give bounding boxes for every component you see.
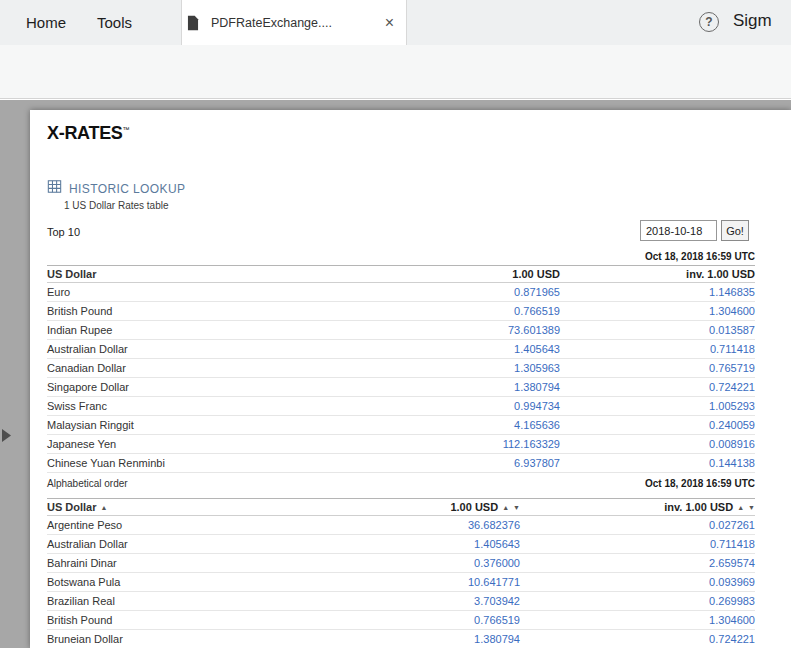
rate-link[interactable]: 0.766519: [390, 614, 520, 626]
currency-name: Malaysian Ringgit: [47, 419, 430, 431]
inverse-rate-link[interactable]: 0.711418: [560, 343, 755, 355]
table-row: Japanese Yen 112.163329 0.008916: [47, 435, 755, 454]
tab-bar: Home Tools PDFRateExchange.... × ? Sigm: [0, 0, 791, 45]
currency-name: British Pound: [47, 614, 390, 626]
rate-link[interactable]: 36.682376: [390, 519, 520, 531]
rate-link[interactable]: 0.766519: [430, 305, 560, 317]
currency-name: Euro: [47, 286, 430, 298]
table-row: Bahraini Dinar 0.376000 2.659574: [47, 554, 755, 573]
table-row: Swiss Franc 0.994734 1.005293: [47, 397, 755, 416]
date-input[interactable]: [640, 220, 717, 241]
inverse-rate-link[interactable]: 0.240059: [560, 419, 755, 431]
table-row: Brazilian Real 3.703942 0.269983: [47, 592, 755, 611]
trademark-symbol: ™: [123, 126, 130, 133]
rate-link[interactable]: 73.601389: [430, 324, 560, 336]
sort-asc-icon[interactable]: ▲: [502, 504, 509, 511]
inverse-rate-link[interactable]: 1.304600: [520, 614, 755, 626]
currency-name: Indian Rupee: [47, 324, 430, 336]
rate-link[interactable]: 4.165636: [430, 419, 560, 431]
table-row: Chinese Yuan Renminbi 6.937807 0.144138: [47, 454, 755, 473]
inverse-rate-link[interactable]: 0.008916: [560, 438, 755, 450]
currency-name: Brazilian Real: [47, 595, 390, 607]
rate-link[interactable]: 0.376000: [390, 557, 520, 569]
rate-link[interactable]: 1.405643: [390, 538, 520, 550]
currency-name: Australian Dollar: [47, 538, 390, 550]
help-icon[interactable]: ?: [699, 12, 719, 32]
file-icon: [187, 15, 199, 31]
rate-link[interactable]: 1.405643: [430, 343, 560, 355]
document-tab[interactable]: PDFRateExchange.... ×: [181, 0, 407, 45]
column-header-currency: US Dollar: [47, 268, 430, 280]
menu-home[interactable]: Home: [26, 0, 66, 45]
alphabetical-rates-table: US Dollar▲ 1.00 USD▲▼ inv. 1.00 USD▲▼ Ar…: [47, 498, 755, 648]
go-button[interactable]: Go!: [721, 220, 749, 241]
sort-asc-icon[interactable]: ▲: [737, 504, 744, 511]
menu-tools[interactable]: Tools: [97, 0, 132, 45]
section-title: HISTORIC LOOKUP: [69, 182, 185, 196]
currency-name: Bahraini Dinar: [47, 557, 390, 569]
table-row: Malaysian Ringgit 4.165636 0.240059: [47, 416, 755, 435]
rate-link[interactable]: 1.380794: [390, 633, 520, 645]
rate-link[interactable]: 6.937807: [430, 457, 560, 469]
sort-desc-icon[interactable]: ▼: [513, 504, 520, 511]
rate-link[interactable]: 0.994734: [430, 400, 560, 412]
close-icon[interactable]: ×: [385, 15, 394, 31]
table-row: Australian Dollar 1.405643 0.711418: [47, 535, 755, 554]
account-label[interactable]: Sigm: [733, 11, 772, 31]
rate-link[interactable]: 0.871965: [430, 286, 560, 298]
table-body: Argentine Peso 36.682376 0.027261 Austra…: [47, 516, 755, 648]
table-row: British Pound 0.766519 1.304600: [47, 611, 755, 630]
top10-label: Top 10: [47, 226, 80, 238]
inverse-rate-link[interactable]: 0.711418: [520, 538, 755, 550]
inverse-rate-link[interactable]: 2.659574: [520, 557, 755, 569]
table-row: Indian Rupee 73.601389 0.013587: [47, 321, 755, 340]
section-header: HISTORIC LOOKUP: [47, 179, 185, 198]
inverse-rate-link[interactable]: 1.005293: [560, 400, 755, 412]
currency-name: Argentine Peso: [47, 519, 390, 531]
section-subtitle: 1 US Dollar Rates table: [64, 200, 169, 211]
table-row: Australian Dollar 1.405643 0.711418: [47, 340, 755, 359]
rate-link[interactable]: 10.641771: [390, 576, 520, 588]
column-header-rate[interactable]: 1.00 USD▲▼: [390, 501, 520, 513]
inverse-rate-link[interactable]: 0.724221: [520, 633, 755, 645]
currency-name: Singapore Dollar: [47, 381, 430, 393]
pdf-viewer-window: Home Tools PDFRateExchange.... × ? Sigm: [0, 0, 791, 648]
grid-icon: [47, 179, 62, 198]
panel-expand-icon[interactable]: [2, 428, 12, 442]
table-row: Botswana Pula 10.641771 0.093969: [47, 573, 755, 592]
toolbar: / 2 68.8% ▼: [0, 45, 791, 99]
inverse-rate-link[interactable]: 0.013587: [560, 324, 755, 336]
rate-link[interactable]: 112.163329: [430, 438, 560, 450]
alphabetical-label: Alphabetical order: [47, 478, 128, 489]
table-row: Bruneian Dollar 1.380794 0.724221: [47, 630, 755, 648]
alphabetical-section-header: Alphabetical order Oct 18, 2018 16:59 UT…: [47, 478, 755, 489]
currency-name: Swiss Franc: [47, 400, 430, 412]
inverse-rate-link[interactable]: 0.724221: [560, 381, 755, 393]
inverse-rate-link[interactable]: 0.144138: [560, 457, 755, 469]
sort-asc-icon[interactable]: ▲: [101, 504, 108, 511]
tab-title: PDFRateExchange....: [211, 16, 377, 30]
pdf-page: X-RATES™ HISTORIC LOOKUP 1 US Dollar Rat…: [30, 110, 791, 648]
currency-name: Chinese Yuan Renminbi: [47, 457, 430, 469]
inverse-rate-link[interactable]: 0.093969: [520, 576, 755, 588]
rate-link[interactable]: 1.380794: [430, 381, 560, 393]
inverse-rate-link[interactable]: 0.269983: [520, 595, 755, 607]
table-row: Singapore Dollar 1.380794 0.724221: [47, 378, 755, 397]
column-header-inverse[interactable]: inv. 1.00 USD▲▼: [520, 501, 755, 513]
currency-name: British Pound: [47, 305, 430, 317]
currency-name: Japanese Yen: [47, 438, 430, 450]
column-header-rate: 1.00 USD: [430, 268, 560, 280]
top10-rates-table: US Dollar 1.00 USD inv. 1.00 USD Euro 0.…: [47, 265, 755, 473]
table-row: British Pound 0.766519 1.304600: [47, 302, 755, 321]
xrates-logo: X-RATES™: [47, 123, 129, 144]
inverse-rate-link[interactable]: 1.146835: [560, 286, 755, 298]
currency-name: Bruneian Dollar: [47, 633, 390, 645]
inverse-rate-link[interactable]: 0.765719: [560, 362, 755, 374]
inverse-rate-link[interactable]: 1.304600: [560, 305, 755, 317]
rate-link[interactable]: 3.703942: [390, 595, 520, 607]
column-header-currency[interactable]: US Dollar▲: [47, 501, 390, 513]
table-header-row: US Dollar 1.00 USD inv. 1.00 USD: [47, 265, 755, 283]
rate-link[interactable]: 1.305963: [430, 362, 560, 374]
inverse-rate-link[interactable]: 0.027261: [520, 519, 755, 531]
sort-desc-icon[interactable]: ▼: [748, 504, 755, 511]
